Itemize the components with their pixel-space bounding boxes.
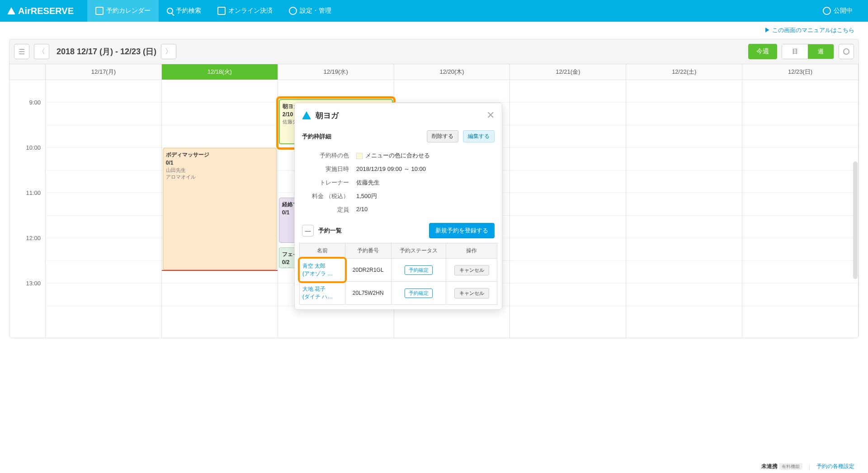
toggle-week[interactable]: 週 — [808, 44, 834, 59]
calendar-panel: ☰ 〈 2018 12/17 (月) - 12/23 (日) 〉 今週 日 週 … — [9, 39, 859, 338]
nav-publish[interactable]: 公開中 — [815, 0, 861, 22]
globe-icon — [823, 7, 831, 15]
delete-button[interactable]: 削除する — [427, 130, 458, 142]
popup-title: 朝ヨガ — [316, 110, 482, 121]
search-button[interactable] — [839, 44, 854, 59]
new-reservation-button[interactable]: 新規予約を登録する — [429, 223, 495, 238]
nav-calendar[interactable]: 予約カレンダー — [87, 0, 159, 22]
search-icon — [167, 8, 173, 14]
status-badge: 予約確定 — [405, 289, 433, 298]
nav-payment[interactable]: オンライン決済 — [209, 0, 281, 22]
day-header[interactable]: 12/20(木) — [394, 64, 510, 80]
day-header[interactable]: 12/23(日) — [742, 64, 859, 80]
day-col-mon — [46, 80, 162, 338]
popup-section-title: 予約枠詳細 — [302, 132, 422, 141]
popup-logo-icon — [302, 111, 311, 119]
collapse-button[interactable]: — — [302, 225, 314, 236]
manual-link[interactable]: ▶ この画面のマニュアルはこちら — [0, 22, 868, 39]
time-label: 9:00 — [29, 99, 41, 106]
day-header-today[interactable]: 12/18(火) — [162, 64, 278, 80]
status-badge: 予約確定 — [405, 265, 433, 275]
cancel-button[interactable]: キャンセル — [454, 288, 489, 298]
name-highlight — [298, 257, 347, 283]
calendar-toolbar: ☰ 〈 2018 12/17 (月) - 12/23 (日) 〉 今週 日 週 — [9, 39, 859, 64]
day-col-sun — [742, 80, 859, 338]
customer-name[interactable]: 青空 太郎(アオゾラ … — [300, 259, 345, 282]
nav-search[interactable]: 予約検索 — [159, 0, 209, 22]
reservation-popup: 朝ヨガ ✕ 予約枠詳細 削除する 編集する 予約枠の色メニューの色に合わせる 実… — [294, 103, 502, 310]
scrollbar[interactable] — [853, 161, 858, 279]
toggle-day[interactable]: 日 — [782, 44, 808, 59]
calendar-header: 12/17(月) 12/18(火) 12/19(水) 12/20(木) 12/2… — [9, 64, 859, 80]
next-button[interactable]: 〉 — [161, 44, 176, 59]
day-header[interactable]: 12/17(月) — [46, 64, 162, 80]
day-col-sat — [626, 80, 742, 338]
time-label: 12:00 — [26, 235, 41, 241]
menu-button[interactable]: ☰ — [14, 44, 29, 59]
calendar-body: 9:00 10:00 11:00 12:00 13:00 ボディマッサージ 0/… — [9, 80, 859, 338]
day-col-tue: ボディマッサージ 0/1 山田先生 アロマオイル — [162, 80, 278, 338]
table-row: 大地 花子(ダイチ ハ… 20L75W2HN 予約確定 キャンセル — [300, 282, 497, 305]
nav-settings[interactable]: 設定・管理 — [281, 0, 340, 22]
time-label: 11:00 — [26, 189, 41, 196]
calendar-icon — [95, 7, 104, 15]
logo-icon — [7, 7, 15, 14]
day-col-fri — [510, 80, 626, 338]
reservation-table: 名前 予約番号 予約ステータス 操作 青空 太郎(アオゾラ … 20DR2R1G… — [299, 243, 497, 305]
date-range: 2018 12/17 (月) - 12/23 (日) — [57, 46, 156, 57]
time-label: 13:00 — [26, 280, 41, 287]
logo[interactable]: AirRESERVE — [7, 6, 74, 16]
brand-text: AirRESERVE — [18, 6, 74, 16]
day-header[interactable]: 12/22(土) — [626, 64, 742, 80]
cancel-button[interactable]: キャンセル — [454, 265, 489, 275]
color-chip — [356, 153, 363, 159]
gear-icon — [289, 7, 297, 15]
top-nav: AirRESERVE 予約カレンダー 予約検索 オンライン決済 設定・管理 公開… — [0, 0, 868, 22]
table-row: 青空 太郎(アオゾラ … 20DR2R1GL 予約確定 キャンセル — [300, 259, 497, 282]
day-header[interactable]: 12/19(水) — [278, 64, 394, 80]
event-body-massage[interactable]: ボディマッサージ 0/1 山田先生 アロマオイル — [163, 148, 277, 270]
list-title: 予約一覧 — [318, 227, 425, 235]
now-indicator — [162, 270, 278, 271]
close-icon[interactable]: ✕ — [486, 109, 495, 121]
prev-button[interactable]: 〈 — [34, 44, 49, 59]
customer-name[interactable]: 大地 花子(ダイチ ハ… — [300, 282, 345, 305]
card-icon — [217, 7, 226, 15]
day-header[interactable]: 12/21(金) — [510, 64, 626, 80]
today-button[interactable]: 今週 — [748, 44, 777, 59]
edit-button[interactable]: 編集する — [463, 130, 495, 142]
view-toggle: 日 週 — [782, 44, 834, 59]
time-label: 10:00 — [26, 144, 41, 151]
